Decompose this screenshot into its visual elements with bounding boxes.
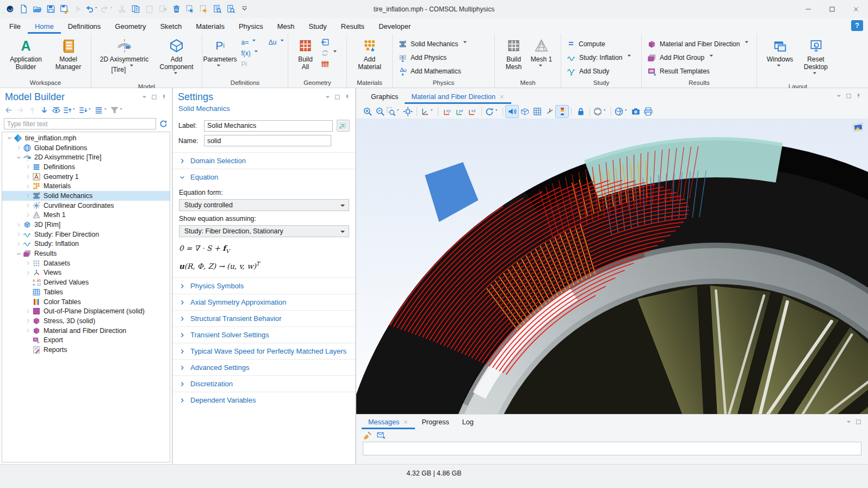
comsol-app-button[interactable] [3, 2, 16, 16]
section-typical-wave-speed-for-perfectly-matched-layers[interactable]: Typical Wave Speed for Perfectly Matched… [173, 343, 355, 359]
tree-item-geometry-1[interactable]: Geometry 1 [2, 172, 170, 182]
view-yz-button[interactable]: yz [454, 106, 466, 118]
tree-item-mesh-1[interactable]: Mesh 1 [2, 211, 170, 220]
collapse-icon[interactable] [16, 251, 22, 257]
menu-tab-materials[interactable]: Materials [189, 20, 232, 34]
menu-tab-definitions[interactable]: Definitions [61, 20, 108, 34]
add-component-button[interactable]: Add Component [155, 35, 199, 83]
show-equation-assuming-select[interactable]: Study: Fiber Direction, Stationary [179, 225, 349, 237]
tree-item-results[interactable]: Results [2, 249, 170, 258]
tree-item-study-fiber-direction[interactable]: Study: Fiber Direction [2, 230, 170, 239]
zoom-extents-button[interactable] [401, 106, 414, 118]
add-plot-group-button[interactable]: Add Plot Group [644, 51, 720, 64]
section-dependent-variables[interactable]: Dependent Variables [173, 392, 355, 408]
menu-tab-developer[interactable]: Developer [371, 20, 418, 34]
node-grouping-button[interactable] [94, 105, 109, 116]
tree-filter-input[interactable] [4, 118, 156, 129]
forward-messages-icon[interactable] [376, 431, 386, 440]
menu-tab-home[interactable]: Home [28, 20, 61, 34]
panel-menu-icon[interactable] [846, 419, 852, 425]
tree-item-derived-values[interactable]: 8.85e-12 Derived Values [2, 277, 170, 287]
section-domain-selection[interactable]: Domain Selection [173, 152, 355, 169]
print-button[interactable] [642, 106, 654, 118]
section-transient-solver-settings[interactable]: Transient Solver Settings [173, 326, 355, 343]
close-tab-icon[interactable] [500, 95, 505, 100]
mesh-1-button[interactable]: Mesh 1 [528, 35, 555, 75]
tree-item-solid-mechanics[interactable]: Solid Mechanics [2, 191, 170, 201]
functions-button[interactable]: f(x) [241, 48, 262, 58]
tree-item-tables[interactable]: Tables [2, 287, 170, 297]
help-button[interactable]: ? [851, 20, 863, 31]
rename-button[interactable] [337, 120, 350, 132]
scene-light-button[interactable] [506, 106, 518, 118]
copy-button[interactable] [129, 2, 142, 16]
tree-item-2d-axisymmetric-tire[interactable]: 2D Axisymmetric [Tire] [2, 152, 170, 162]
panel-pin-icon[interactable] [855, 93, 861, 99]
result-templates-button[interactable]: Result Templates [644, 65, 712, 78]
view-xy-button[interactable]: xy [441, 106, 454, 118]
view-thumbnail-icon[interactable] [851, 122, 863, 132]
tire-3d-render[interactable] [356, 119, 868, 414]
refresh-icon[interactable] [159, 119, 168, 128]
compute-button[interactable]: =Compute [564, 38, 608, 51]
tree-item-out-of-plane-displacement-solid[interactable]: Out-of-Plane Displacement (solid) [2, 306, 170, 316]
color-legend-button[interactable] [556, 106, 568, 118]
section-equation[interactable]: Equation [173, 169, 355, 185]
model-manager-button[interactable]: Model Manager [49, 35, 88, 72]
panel-pin-icon[interactable] [344, 94, 350, 100]
build-all-button[interactable]: Build All [293, 35, 318, 72]
maximize-button[interactable] [820, 0, 844, 18]
windows-button[interactable]: Windows [762, 35, 797, 75]
camera-button[interactable] [629, 106, 642, 118]
panel-pin-icon[interactable] [161, 94, 167, 100]
zoom-in-button[interactable] [361, 106, 374, 118]
menu-tab-physics[interactable]: Physics [232, 20, 270, 34]
application-builder-button[interactable]: A Application Builder [4, 35, 48, 72]
menu-tab-sketch[interactable]: Sketch [153, 20, 189, 34]
panel-menu-icon[interactable] [141, 94, 147, 100]
panel-float-icon[interactable] [846, 93, 852, 99]
close-tab-icon[interactable] [404, 420, 408, 425]
expand-icon[interactable] [25, 308, 31, 314]
search-settings-button[interactable] [224, 2, 237, 16]
save-as-button[interactable] [58, 2, 71, 16]
tab-material-and-fiber-direction[interactable]: Material and Fiber Direction [405, 90, 511, 104]
tree-item-views[interactable]: Views [2, 268, 170, 278]
tree-item-material-and-fiber-direction[interactable]: Material and Fiber Direction [2, 326, 170, 336]
go-to-default-view-button[interactable] [420, 106, 435, 118]
material-and-fiber-direction-button[interactable]: Material and Fiber Direction [644, 38, 755, 51]
open-file-button[interactable] [30, 2, 44, 16]
tree-item-export[interactable]: Export [2, 335, 170, 345]
new-file-button[interactable] [17, 2, 30, 16]
environment-reflections-button[interactable] [593, 106, 608, 118]
find-button[interactable] [210, 2, 224, 16]
menu-tab-study[interactable]: Study [302, 20, 334, 34]
tree-item-materials[interactable]: Materials [2, 181, 170, 191]
expand-icon[interactable] [25, 318, 31, 324]
expand-icon[interactable] [16, 145, 22, 151]
tree-item-reports[interactable]: Reports [2, 345, 170, 355]
tree-item-stress-3d-solid[interactable]: Stress, 3D (solid) [2, 316, 170, 326]
label-field[interactable] [204, 120, 333, 132]
expand-icon[interactable] [25, 174, 31, 180]
save-button[interactable] [44, 2, 57, 16]
add-material-button[interactable]: Add Material [353, 35, 387, 72]
menu-tab-geometry[interactable]: Geometry [108, 20, 153, 34]
environment-button[interactable] [518, 106, 531, 118]
solid-mechanics-button[interactable]: Solid Mechanics [395, 38, 474, 51]
variables-button[interactable]: a= [241, 38, 262, 47]
section-physics-symbols[interactable]: Physics Symbols [173, 277, 355, 294]
undo-button[interactable] [85, 2, 100, 16]
collapse-icon[interactable] [7, 135, 13, 141]
clear-selection-button[interactable] [197, 2, 210, 16]
menu-tab-results[interactable]: Results [334, 20, 371, 34]
add-study-button[interactable]: Add Study [564, 65, 612, 78]
close-button[interactable] [844, 0, 868, 18]
section-structural-transient-behavior[interactable]: Structural Transient Behavior [173, 310, 355, 326]
menu-tab-mesh[interactable]: Mesh [270, 20, 302, 34]
messages-output[interactable] [363, 442, 861, 455]
expand-icon[interactable] [25, 164, 31, 170]
go-back-button[interactable] [3, 105, 14, 116]
add-physics-button[interactable]: Add Physics [395, 51, 449, 64]
filter-nodes-button[interactable] [110, 105, 125, 116]
